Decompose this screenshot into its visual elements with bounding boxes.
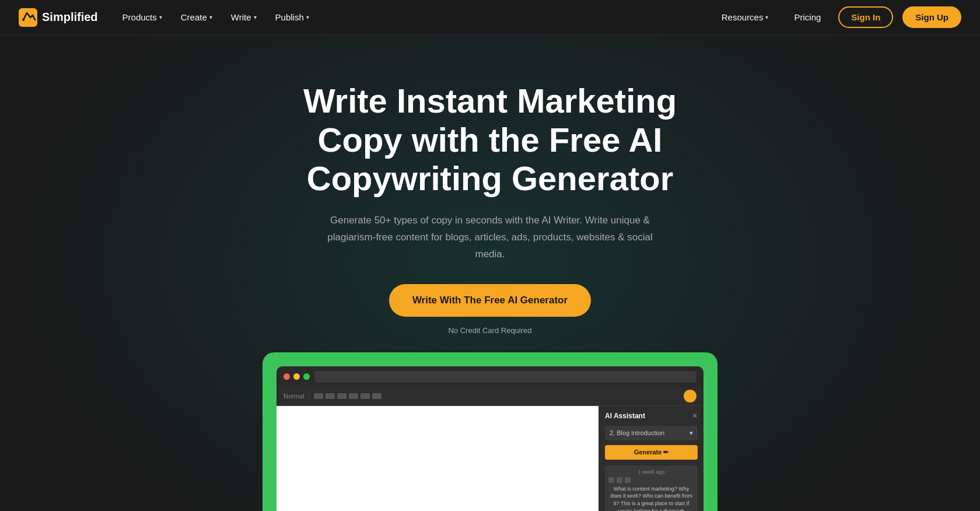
editor-toolbar: Normal	[276, 387, 704, 406]
editor-canvas[interactable]	[276, 406, 598, 511]
no-cc-label: No Credit Card Required	[448, 326, 531, 335]
ai-message-timestamp: 1 week ago	[608, 469, 694, 475]
traffic-light-red	[284, 373, 290, 380]
hero-title: Write Instant Marketing Copy with the Fr…	[286, 82, 694, 198]
logo-text: Simplified	[42, 10, 98, 24]
browser-chrome	[276, 366, 704, 387]
signin-button[interactable]: Sign In	[838, 6, 893, 28]
editor-body: AI Assistant ✕ 2. Blog introduction ▾ Ge…	[276, 406, 704, 511]
toolbar-divider	[309, 391, 309, 401]
toolbar-icons	[314, 393, 382, 399]
nav-resources[interactable]: Resources ▾	[713, 8, 777, 27]
nav-pricing[interactable]: Pricing	[786, 8, 829, 27]
chevron-down-icon: ▾	[254, 14, 257, 20]
chevron-down-icon: ▾	[690, 429, 693, 437]
navbar: Simplified Products ▾ Create ▾ Write ▾ P…	[0, 0, 980, 35]
copy-icon	[608, 477, 614, 483]
app-preview: Normal AI Assistant ✕ 2. Blog introd	[262, 352, 718, 511]
like-icon	[617, 477, 622, 483]
traffic-lights	[284, 373, 310, 380]
ai-dropdown-label: 2. Blog introduction	[610, 429, 664, 436]
ai-panel-title: AI Assistant	[605, 412, 645, 420]
nav-write[interactable]: Write ▾	[223, 8, 265, 27]
close-icon[interactable]: ✕	[692, 412, 698, 420]
chevron-down-icon: ▾	[306, 14, 309, 20]
ai-type-dropdown[interactable]: 2. Blog introduction ▾	[605, 426, 698, 440]
ai-panel-header: AI Assistant ✕	[605, 412, 698, 420]
url-bar[interactable]	[314, 371, 696, 383]
chevron-down-icon: ▾	[159, 14, 162, 20]
link-icon	[372, 393, 382, 399]
svg-point-1	[22, 19, 24, 21]
chevron-down-icon: ▾	[765, 14, 768, 20]
ai-assistant-panel: AI Assistant ✕ 2. Blog introduction ▾ Ge…	[598, 406, 704, 511]
nav-products[interactable]: Products ▾	[114, 8, 170, 27]
traffic-light-yellow	[293, 373, 300, 380]
toolbar-style-label: Normal	[284, 393, 304, 400]
bold-icon	[314, 393, 323, 399]
user-avatar	[684, 390, 696, 402]
traffic-light-green	[303, 373, 310, 380]
italic-icon	[326, 393, 335, 399]
ai-message-text: What is content marketing? Why does it w…	[608, 485, 694, 511]
chevron-down-icon: ▾	[209, 14, 212, 20]
align-icon	[360, 393, 370, 399]
ai-message-actions	[608, 477, 694, 483]
logo[interactable]: Simplified	[19, 8, 98, 27]
nav-publish[interactable]: Publish ▾	[267, 8, 317, 27]
underline-icon	[337, 393, 346, 399]
hero-section: Write Instant Marketing Copy with the Fr…	[0, 35, 980, 511]
ai-message-1: 1 week ago What is content marketing? Wh…	[605, 466, 698, 511]
nav-create[interactable]: Create ▾	[173, 8, 220, 27]
list-icon	[349, 393, 358, 399]
ai-generate-button[interactable]: Generate ✏	[605, 445, 698, 460]
dislike-icon	[625, 477, 631, 483]
hero-subtitle: Generate 50+ types of copy in seconds wi…	[315, 212, 665, 263]
signup-button[interactable]: Sign Up	[902, 6, 961, 28]
cta-button[interactable]: Write With The Free AI Generator	[389, 284, 591, 317]
